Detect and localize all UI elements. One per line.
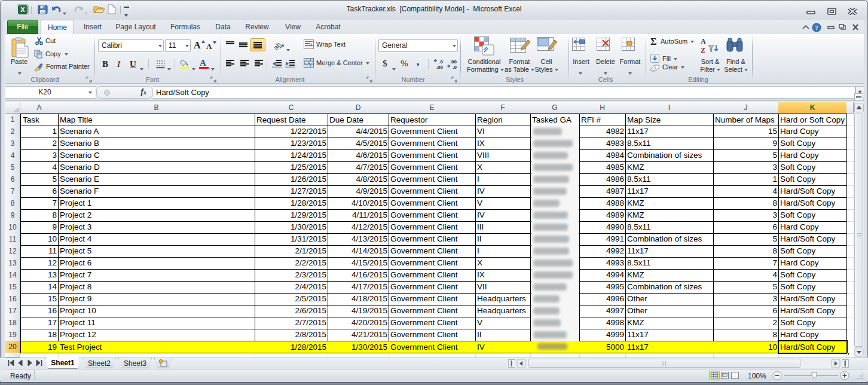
svg-text:.0: .0 (453, 65, 457, 69)
svg-text:Z: Z (701, 46, 705, 54)
svg-text:ab: ab (274, 41, 282, 51)
svg-text:.00: .00 (436, 65, 443, 69)
svg-text:←a→: ←a→ (304, 61, 313, 65)
svg-text:A: A (701, 37, 706, 45)
svg-text:.00: .00 (450, 59, 457, 65)
svg-text:.0: .0 (439, 59, 443, 65)
svg-text:?: ? (815, 25, 818, 31)
